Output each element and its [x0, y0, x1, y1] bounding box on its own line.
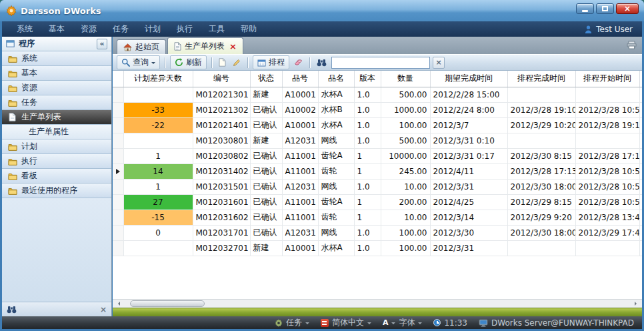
menu-item-7[interactable]: 工具: [201, 23, 233, 35]
maximize-button[interactable]: [596, 3, 614, 14]
cell-quantity: 1000.00: [381, 102, 430, 117]
sidebar-item-4[interactable]: 任务: [2, 95, 111, 110]
chevron-down-icon: [391, 322, 395, 326]
table-row[interactable]: 1M012030802已确认A11001齿轮A110000.002012/3/3…: [113, 148, 642, 163]
magnifier-icon: [121, 58, 130, 67]
sidebar-item-3[interactable]: 资源: [2, 81, 111, 95]
new-button[interactable]: [217, 57, 228, 68]
sidebar-item-1[interactable]: 系统: [2, 51, 111, 66]
sidebar-item-6[interactable]: 生产单属性: [2, 125, 111, 139]
query-button[interactable]: 查询: [117, 55, 160, 69]
menu-item-5[interactable]: 计划: [137, 23, 169, 35]
cell-diff-days: -22: [123, 117, 193, 133]
column-header[interactable]: 编号: [193, 71, 250, 87]
menu-item-8[interactable]: 帮助: [233, 23, 265, 35]
sidebar-collapse-button[interactable]: «: [97, 39, 107, 49]
cell-extra: [639, 163, 642, 179]
monitor-icon: [479, 319, 488, 327]
edit-button[interactable]: [231, 57, 243, 68]
close-button[interactable]: ×: [616, 3, 639, 14]
chevron-down-icon: [305, 322, 309, 326]
status-font[interactable]: A 字体: [383, 317, 423, 328]
row-selector[interactable]: [113, 179, 123, 194]
gear-icon: [275, 319, 283, 327]
schedule-button[interactable]: 排程: [253, 55, 289, 69]
sidebar-search-clear-icon[interactable]: ×: [100, 305, 107, 314]
column-header[interactable]: 排程完成时间: [507, 71, 575, 87]
sidebar-item-5[interactable]: 生产单列表: [2, 110, 111, 125]
cell-scheduled-start: 2012/3/28 19:10: [575, 117, 639, 133]
toolbar: 查询 刷新 排程: [113, 54, 642, 71]
column-header[interactable]: 数量: [381, 71, 430, 87]
menu-item-3[interactable]: 资源: [73, 23, 105, 35]
menu-item-2[interactable]: 基本: [41, 23, 73, 35]
row-selector[interactable]: [113, 210, 123, 225]
menu-item-4[interactable]: 任务: [105, 23, 137, 35]
status-task[interactable]: 任务: [275, 317, 309, 328]
tab-close-icon[interactable]: ×: [229, 42, 237, 51]
cell-status: 已确认: [250, 102, 282, 117]
row-selector[interactable]: [113, 133, 123, 148]
status-language[interactable]: 简体中文: [321, 317, 371, 328]
app-gear-icon: [6, 5, 17, 16]
scrollbar-track[interactable]: [123, 300, 631, 308]
tab-production-order-list[interactable]: 生产单列表 ×: [167, 37, 243, 54]
menu-item-1[interactable]: 系统: [9, 23, 41, 35]
column-header[interactable]: 计划差异天数: [123, 71, 193, 87]
folder-icon: [7, 99, 17, 107]
table-row[interactable]: -22M012021401已确认A10001水杯A1.0100.002012/3…: [113, 117, 642, 133]
sidebar-item-8[interactable]: 执行: [2, 154, 111, 169]
horizontal-scrollbar[interactable]: [113, 299, 642, 308]
column-header[interactable]: 状态: [250, 71, 282, 87]
column-header[interactable]: 品号: [282, 71, 318, 87]
row-selector[interactable]: [113, 240, 123, 256]
chevron-down-icon: [367, 322, 371, 326]
scrollbar-thumb[interactable]: [130, 300, 205, 307]
cell-scheduled-start: 2012/3/28 10:52: [575, 102, 639, 117]
column-header[interactable]: 版本: [354, 71, 381, 87]
sidebar-item-2[interactable]: 基本: [2, 66, 111, 81]
table-row[interactable]: 1M012031501已确认A12031网线1.010.002012/3/312…: [113, 179, 642, 194]
column-header[interactable]: 排程开始时间: [575, 71, 639, 87]
toolbar-clear-button[interactable]: ×: [433, 57, 445, 69]
calendar-icon: [257, 59, 266, 67]
row-selector[interactable]: [113, 194, 123, 210]
scroll-left-button[interactable]: [113, 300, 123, 308]
user-area[interactable]: Test User: [585, 25, 635, 34]
menu-item-6[interactable]: 执行: [169, 23, 201, 35]
toolbar-search-input[interactable]: [331, 57, 430, 69]
folder-icon: [7, 172, 17, 180]
column-header[interactable]: 品名: [318, 71, 354, 87]
column-header[interactable]: 期望完成时间: [430, 71, 507, 87]
sidebar-item-label: 系统: [21, 53, 37, 64]
minimize-button[interactable]: [576, 3, 594, 14]
table-row[interactable]: -33M012021302已确认A10002水杯B1.01000.002012/…: [113, 102, 642, 117]
row-selector[interactable]: [113, 163, 123, 179]
printer-icon[interactable]: [627, 41, 637, 51]
table-row[interactable]: 14M012031402已确认A11001齿轮1245.002012/4/112…: [113, 163, 642, 179]
sidebar-search-bar[interactable]: ×: [2, 302, 111, 316]
sidebar-empty-area: [2, 198, 111, 302]
table-row[interactable]: M012032701新建A10001水杯A1.0100.002012/3/31: [113, 240, 642, 256]
sidebar-item-9[interactable]: 看板: [2, 169, 111, 184]
tab-start-page[interactable]: 起始页: [117, 39, 166, 54]
row-selector[interactable]: [113, 148, 123, 163]
row-selector[interactable]: [113, 102, 123, 117]
table-row[interactable]: M012021301新建A10001水杯A1.0500.002012/2/28 …: [113, 87, 642, 102]
row-selector[interactable]: [113, 87, 123, 102]
find-button[interactable]: [315, 57, 329, 68]
table-row[interactable]: 0M012031701已确认A12031网线1.0100.002012/3/30…: [113, 225, 642, 240]
cell-status: 已确认: [250, 194, 282, 210]
row-selector[interactable]: [113, 117, 123, 133]
scroll-right-button[interactable]: [631, 300, 642, 308]
refresh-button[interactable]: 刷新: [170, 55, 207, 69]
table-row[interactable]: -15M012031602已确认A11001齿轮110.002012/3/142…: [113, 210, 642, 225]
row-selector[interactable]: [113, 225, 123, 240]
toolbar-separator: [247, 57, 248, 68]
cell-status: 已确认: [250, 148, 282, 163]
table-row[interactable]: M012030801新建A12031网线1.0500.002012/3/31 0…: [113, 133, 642, 148]
sidebar-item-10[interactable]: 最近使用的程序: [2, 184, 111, 198]
table-row[interactable]: 27M012031601已确认A11001齿轮A1200.002012/4/25…: [113, 194, 642, 210]
sidebar-item-7[interactable]: 计划: [2, 139, 111, 154]
eraser-button[interactable]: [292, 57, 305, 67]
